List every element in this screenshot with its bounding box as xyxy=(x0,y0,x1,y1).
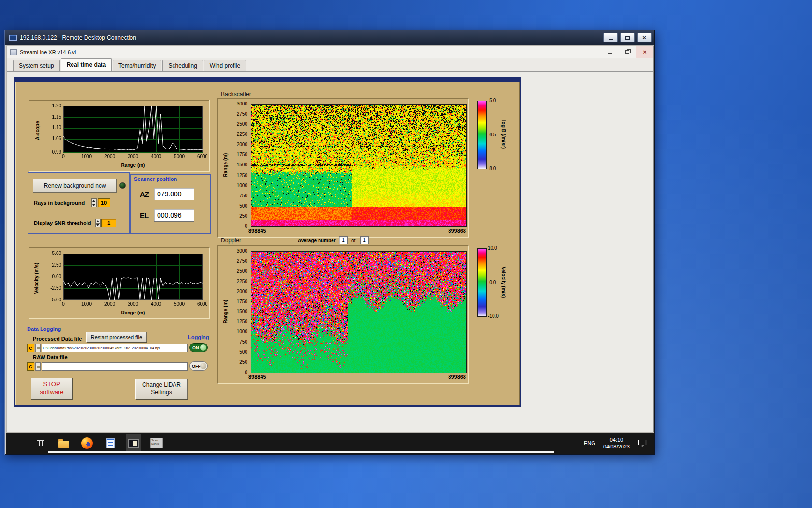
taskbar-tray: ENG 04:10 04/08/2023 xyxy=(581,433,654,454)
raw-path-drive[interactable]: C xyxy=(27,362,34,371)
notification-center-button[interactable] xyxy=(635,434,650,452)
minimize-icon xyxy=(608,53,612,54)
tick-label: 500 xyxy=(239,203,247,209)
rays-in-background-stepper[interactable] xyxy=(91,198,97,207)
remote-desktop-icon xyxy=(9,35,17,41)
vi-app-icon xyxy=(10,49,17,55)
toggle-on-label: ON xyxy=(192,345,199,350)
display-snr-threshold-value[interactable]: 1 xyxy=(102,219,116,227)
backscatter-colorbar-axis-label: log B (/m/sr) xyxy=(501,120,506,149)
tick-label: 250 xyxy=(239,359,247,365)
language-indicator[interactable]: ENG xyxy=(581,433,598,454)
tick-label: 1000 xyxy=(237,329,247,334)
scan-scheduler-button[interactable]: Scan Sched xyxy=(149,434,164,452)
streamline-app-button[interactable] xyxy=(126,434,141,452)
average-count-field[interactable]: 1 xyxy=(360,236,369,244)
of-label: of xyxy=(351,238,355,243)
change-lidar-settings-button[interactable]: Change LiDAR Settings xyxy=(135,379,188,399)
scan-scheduler-icon: Scan Sched xyxy=(150,438,163,448)
data-logging-label: Data Logging xyxy=(27,326,61,332)
raw-logging-toggle[interactable]: OFF xyxy=(189,361,208,371)
processed-path-drive[interactable]: C xyxy=(27,344,34,352)
toggle-off-label: OFF xyxy=(192,364,201,369)
raw-path-browse-button[interactable] xyxy=(35,362,41,371)
tick-label: 1750 xyxy=(237,152,247,157)
processed-data-file-label: Processed Data file xyxy=(33,336,82,342)
ascope-x-axis-label: Range (m) xyxy=(63,163,203,168)
task-view-button[interactable] xyxy=(33,434,48,452)
taskbar-clock[interactable]: 04:10 04/08/2023 xyxy=(603,436,630,450)
backscatter-x-tick-start: 898845 xyxy=(248,228,266,234)
doppler-x-tick-end: 899868 xyxy=(448,374,466,380)
rdp-window-title: 192.168.0.122 - Remote Desktop Connectio… xyxy=(20,34,136,41)
tab-real-time-data[interactable]: Real time data xyxy=(61,58,112,71)
rdp-minimize-button[interactable] xyxy=(603,33,618,42)
restart-processed-file-button[interactable]: Restart processed file xyxy=(86,332,147,342)
doppler-x-tick-start: 898845 xyxy=(248,374,266,380)
notification-icon xyxy=(638,439,647,447)
renew-background-button[interactable]: Renew background now xyxy=(33,179,117,193)
tick-label: 3000 xyxy=(237,101,247,106)
doppler-colorbar xyxy=(477,248,487,317)
tick-label: 2750 xyxy=(237,111,247,117)
maximize-icon xyxy=(625,36,630,40)
doppler-y-ticks: 3000275025002250200017501500125010007505… xyxy=(229,248,247,375)
processed-logging-toggle[interactable]: ON xyxy=(189,343,208,352)
tab-system-setup[interactable]: System setup xyxy=(13,60,60,71)
processed-path-browse-button[interactable] xyxy=(35,344,41,352)
vi-close-button[interactable]: × xyxy=(636,46,653,58)
vi-window-title: StreamLine XR v14-6.vi xyxy=(20,49,76,55)
rdp-close-button[interactable]: × xyxy=(637,33,652,42)
taskbar-icons: Scan Sched xyxy=(33,433,164,454)
folder-icon xyxy=(58,441,69,448)
tab-temp-humidity[interactable]: Temp/humidity xyxy=(113,60,161,71)
tick-label: -5.0 xyxy=(488,98,504,103)
raw-data-file-label: RAW Data file xyxy=(33,354,68,360)
tick-label: 0 xyxy=(245,224,247,229)
tick-label: 1000 xyxy=(237,183,247,188)
change-settings-line2: Settings xyxy=(151,389,172,397)
elevation-value[interactable]: 000.096 xyxy=(154,209,194,222)
background-controls-box: Renew background now Rays in background … xyxy=(28,172,130,234)
taskbar: Scan Sched ENG 04:10 04/08/2023 xyxy=(6,433,654,454)
rdp-titlebar[interactable]: 192.168.0.122 - Remote Desktop Connectio… xyxy=(5,30,654,45)
tick-label: 2500 xyxy=(237,269,247,274)
rays-in-background-value[interactable]: 10 xyxy=(98,198,110,207)
renew-background-led xyxy=(119,182,126,189)
close-icon: × xyxy=(643,49,647,55)
scanner-position-box: Scanner position AZ 079.000 EL 000.096 xyxy=(130,174,211,234)
firefox-button[interactable] xyxy=(79,434,95,452)
text-editor-button[interactable] xyxy=(102,434,118,452)
velocity-plot-canvas xyxy=(41,250,207,310)
file-explorer-button[interactable] xyxy=(56,434,72,452)
tab-scheduling[interactable]: Scheduling xyxy=(162,60,203,71)
average-number-field[interactable]: 1 xyxy=(339,236,348,244)
tick-label: 2250 xyxy=(237,279,247,284)
data-logging-box: Data Logging Processed Data file Restart… xyxy=(23,325,211,373)
ascope-plot-canvas xyxy=(41,102,207,162)
elevation-label: EL xyxy=(140,211,149,220)
stop-button-line1: STOP xyxy=(43,380,60,388)
processed-path-field[interactable]: C:\Lidar\Data\Proc\2023\202308\20230804\… xyxy=(42,344,188,352)
azimuth-value[interactable]: 079.000 xyxy=(154,188,194,200)
backscatter-heatmap xyxy=(251,104,467,227)
vi-restore-button[interactable] xyxy=(619,46,636,58)
tick-label: 2500 xyxy=(237,121,247,127)
raw-path-field[interactable] xyxy=(42,362,188,371)
firefox-icon xyxy=(81,437,93,449)
rdp-maximize-button[interactable] xyxy=(620,33,635,42)
doppler-title: Doppler xyxy=(221,237,241,244)
desktop: 192.168.0.122 - Remote Desktop Connectio… xyxy=(0,0,812,508)
vi-minimize-button[interactable] xyxy=(601,46,619,58)
toggle-knob xyxy=(200,344,206,351)
tab-wind-profile[interactable]: Wind profile xyxy=(204,60,246,71)
stop-software-button[interactable]: STOP software xyxy=(31,378,72,399)
rdp-window-controls: × xyxy=(603,33,652,42)
vi-titlebar[interactable]: StreamLine XR v14-6.vi × xyxy=(7,46,653,58)
doppler-colorbar-axis-label: Velocity (m/s) xyxy=(501,267,506,298)
restore-icon xyxy=(625,50,629,54)
display-snr-threshold-stepper[interactable] xyxy=(95,219,101,227)
tick-label: 2250 xyxy=(237,132,247,137)
remote-session: StreamLine XR v14-6.vi × System setup Re… xyxy=(6,45,654,454)
tick-label: 1750 xyxy=(237,299,247,304)
